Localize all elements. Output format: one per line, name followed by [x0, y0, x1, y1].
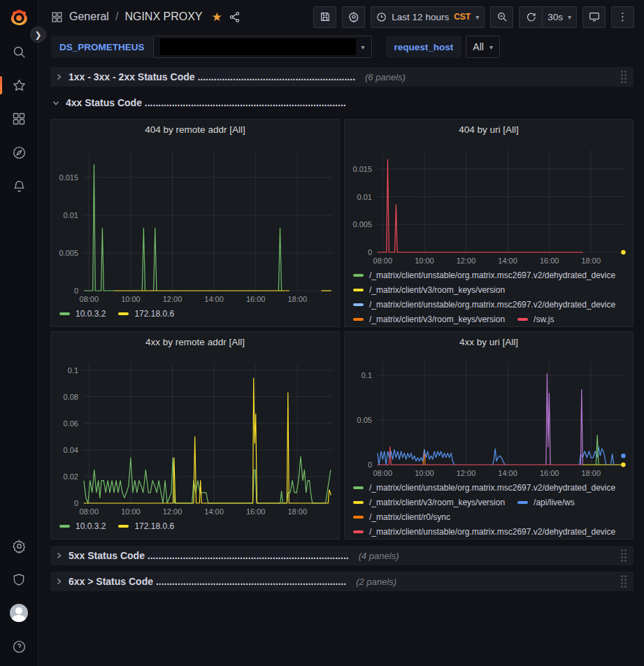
legend-series-color-dash [59, 312, 70, 315]
legend-item[interactable]: /_matrix/client/r0/sync [353, 512, 450, 522]
save-dashboard-button[interactable] [313, 6, 336, 28]
row-header-4xx[interactable]: 4xx Status Code ........................… [50, 93, 634, 113]
legend-series-label: /_matrix/client/unstable/org.matrix.msc2… [369, 483, 615, 493]
legend-item[interactable]: /_matrix/client/v3/room_keys/version [353, 498, 505, 507]
panel-4xx-by-remote-addr-all-: 4xx by remote addr [All]08:0010:0012:001… [50, 331, 340, 540]
legend-item[interactable]: 10.0.3.2 [59, 521, 106, 531]
svg-text:08:00: 08:00 [373, 256, 393, 265]
row-panel-count: (2 panels) [356, 577, 396, 587]
server-admin-shield-icon[interactable] [8, 568, 30, 591]
svg-text:14:00: 14:00 [204, 507, 224, 516]
chevron-down-icon: ▾ [362, 43, 365, 51]
chevron-down-icon: ▾ [489, 43, 493, 51]
svg-text:0.1: 0.1 [362, 371, 372, 379]
svg-text:0.015: 0.015 [59, 173, 78, 182]
panel-header[interactable]: 404 by remote addr [All] [51, 120, 339, 140]
legend-series-label: /_matrix/client/unstable/org.matrix.msc2… [369, 270, 615, 280]
chevron-down-icon: ▾ [475, 13, 479, 21]
row-header-5xx[interactable]: 5xx Status Code ........................… [50, 546, 634, 565]
share-icon[interactable] [229, 11, 241, 23]
refresh-button[interactable] [519, 6, 542, 28]
legend-series-color-dash [118, 525, 129, 528]
panel-legend: 10.0.3.2172.18.0.6 [51, 307, 339, 319]
row-header-6xx[interactable]: 6xx > Status Code ......................… [50, 572, 634, 591]
configuration-gear-icon[interactable] [8, 535, 30, 557]
svg-text:08:00: 08:00 [373, 469, 393, 477]
svg-text:16:00: 16:00 [246, 507, 266, 516]
legend-series-label: 172.18.0.6 [134, 309, 174, 319]
datasource-variable-dropdown[interactable]: ▾ [153, 36, 372, 58]
gear-icon [348, 11, 359, 22]
request-host-variable-label: request_host [386, 36, 462, 58]
row-drag-handle[interactable] [621, 575, 627, 588]
chevron-right-icon [55, 551, 63, 560]
legend-series-label: /_matrix/client/v3/room_keys/version [369, 498, 505, 507]
sidebar-item-starred[interactable] [8, 74, 30, 96]
redacted-datasource-value [160, 38, 356, 55]
breadcrumb-section[interactable]: General [69, 10, 109, 23]
legend-item[interactable]: /_matrix/client/unstable/org.matrix.msc2… [353, 270, 615, 280]
svg-text:08:00: 08:00 [80, 507, 99, 516]
panel-404-by-uri-all-: 404 by uri [All]08:0010:0012:0014:0016:0… [344, 119, 634, 327]
legend-item[interactable]: /_matrix/client/unstable/org.matrix.msc2… [353, 527, 615, 537]
zoom-out-time-button[interactable] [490, 6, 513, 28]
row-drag-handle[interactable] [621, 549, 627, 562]
svg-text:14:00: 14:00 [204, 295, 224, 303]
legend-item[interactable]: /api/live/ws [517, 498, 575, 507]
timeseries-plot[interactable]: 08:0010:0012:0014:0016:0018:0000.0050.01… [345, 140, 633, 269]
svg-text:0.005: 0.005 [352, 220, 372, 229]
legend-series-color-dash [118, 312, 129, 315]
refresh-interval-picker[interactable]: 30s ▾ [542, 6, 577, 28]
legend-series-label: /_matrix/client/v3/room_keys/version [369, 314, 505, 324]
legend-series-label: 172.18.0.6 [134, 521, 174, 531]
tv-mode-button[interactable] [582, 6, 606, 28]
svg-text:10:00: 10:00 [415, 469, 434, 477]
sidebar-bottom-group [8, 523, 30, 658]
timeseries-plot[interactable]: 08:0010:0012:0014:0016:0018:0000.0050.01… [51, 140, 339, 307]
legend-series-label: /sw.js [534, 314, 554, 324]
legend-item[interactable]: 10.0.3.2 [59, 309, 106, 319]
datasource-variable-label: DS_PROMETHEUS [51, 36, 153, 58]
legend-item[interactable]: /_matrix/client/v3/room_keys/version [353, 314, 505, 324]
svg-text:12:00: 12:00 [457, 469, 476, 477]
panel-header[interactable]: 404 by uri [All] [345, 120, 633, 140]
legend-item[interactable]: /sw.js [517, 314, 554, 324]
panel-legend: 10.0.3.2172.18.0.6 [51, 520, 339, 531]
grafana-logo-icon[interactable] [8, 7, 30, 29]
help-icon[interactable] [8, 635, 30, 658]
svg-text:14:00: 14:00 [498, 256, 517, 265]
expand-sidebar-chevron-icon[interactable]: ❯ [30, 27, 46, 43]
legend-item[interactable]: 172.18.0.6 [118, 521, 174, 531]
row-drag-handle[interactable] [621, 71, 627, 83]
svg-text:16:00: 16:00 [540, 469, 559, 477]
panel-header[interactable]: 4xx by remote addr [All] [51, 332, 339, 352]
time-range-picker[interactable]: Last 12 hours CST ▾ [371, 6, 485, 28]
monitor-icon [589, 11, 600, 22]
request-host-variable-dropdown[interactable]: All ▾ [466, 36, 500, 58]
chevron-down-icon: ▾ [568, 13, 571, 21]
legend-series-color-dash [353, 516, 364, 519]
dashboard-title[interactable]: NGINX PROXY [124, 10, 202, 23]
sidebar-item-alerting[interactable] [8, 175, 30, 197]
favorite-star-icon[interactable]: ★ [212, 10, 222, 24]
dashboard-settings-button[interactable] [342, 6, 365, 28]
legend-item[interactable]: 172.18.0.6 [118, 309, 174, 319]
legend-series-label: /_matrix/client/r0/sync [369, 512, 450, 522]
panel-header[interactable]: 4xx by uri [All] [345, 332, 633, 352]
timeseries-plot[interactable]: 08:0010:0012:0014:0016:0018:0000.020.040… [51, 352, 339, 520]
svg-text:0: 0 [368, 461, 372, 469]
kebab-menu-button[interactable]: ⋮ [611, 6, 634, 28]
row-header-1xx-3xx-2xx[interactable]: 1xx - 3xx - 2xx Status Code ............… [50, 67, 634, 87]
legend-item[interactable]: /_matrix/client/unstable/org.matrix.msc2… [353, 483, 615, 493]
sidebar-item-dashboards[interactable] [8, 108, 30, 130]
legend-series-color-dash [517, 318, 528, 321]
svg-text:08:00: 08:00 [80, 295, 99, 303]
user-avatar[interactable] [8, 602, 30, 624]
search-icon[interactable] [8, 41, 30, 63]
legend-item[interactable]: /_matrix/client/v3/room_keys/version [353, 285, 505, 295]
timeseries-plot[interactable]: 08:0010:0012:0014:0016:0018:0000.050.1 [345, 352, 633, 482]
sidebar-item-explore[interactable] [8, 141, 30, 164]
legend-series-label: /_matrix/client/v3/room_keys/version [369, 285, 505, 295]
legend-item[interactable]: /_matrix/client/unstable/org.matrix.msc2… [353, 300, 615, 310]
avatar-image [10, 604, 28, 622]
